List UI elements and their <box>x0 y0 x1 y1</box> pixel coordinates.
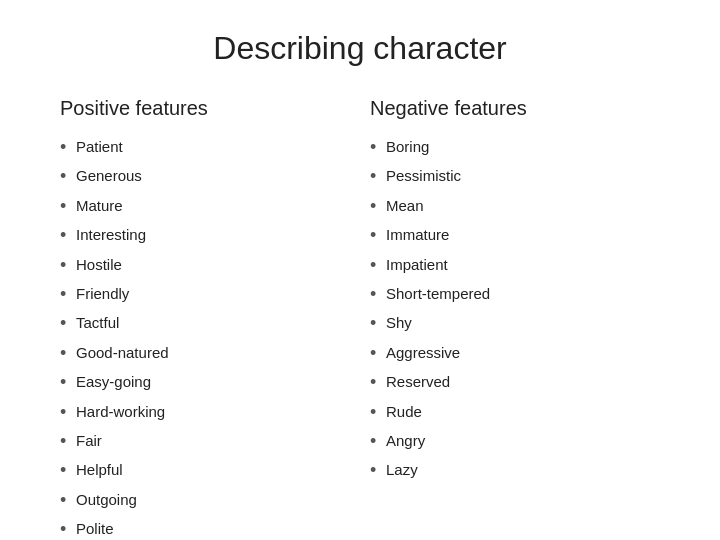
list-item: •Interesting <box>60 224 350 247</box>
list-item: •Mature <box>60 195 350 218</box>
item-text: Generous <box>76 165 142 186</box>
item-text: Boring <box>386 136 429 157</box>
item-text: Interesting <box>76 224 146 245</box>
bullet-icon: • <box>60 254 76 277</box>
list-item: •Generous <box>60 165 350 188</box>
bullet-icon: • <box>370 195 386 218</box>
bullet-icon: • <box>60 430 76 453</box>
list-item: •Mean <box>370 195 660 218</box>
bullet-icon: • <box>370 459 386 482</box>
list-item: •Tactful <box>60 312 350 335</box>
bullet-icon: • <box>60 312 76 335</box>
list-item: •Fair <box>60 430 350 453</box>
list-item: •Friendly <box>60 283 350 306</box>
list-item: •Patient <box>60 136 350 159</box>
item-text: Tactful <box>76 312 119 333</box>
item-text: Mean <box>386 195 424 216</box>
bullet-icon: • <box>60 518 76 540</box>
list-item: •Good-natured <box>60 342 350 365</box>
bullet-icon: • <box>60 283 76 306</box>
bullet-icon: • <box>60 371 76 394</box>
item-text: Good-natured <box>76 342 169 363</box>
list-item: •Impatient <box>370 254 660 277</box>
item-text: Immature <box>386 224 449 245</box>
item-text: Short-tempered <box>386 283 490 304</box>
item-text: Outgoing <box>76 489 137 510</box>
item-text: Fair <box>76 430 102 451</box>
positive-column: Positive features •Patient•Generous•Matu… <box>50 97 360 540</box>
page: Describing character Positive features •… <box>0 0 720 540</box>
list-item: •Aggressive <box>370 342 660 365</box>
columns-container: Positive features •Patient•Generous•Matu… <box>50 97 670 540</box>
list-item: •Immature <box>370 224 660 247</box>
bullet-icon: • <box>370 430 386 453</box>
list-item: •Pessimistic <box>370 165 660 188</box>
bullet-icon: • <box>370 165 386 188</box>
bullet-icon: • <box>60 195 76 218</box>
bullet-icon: • <box>60 224 76 247</box>
item-text: Polite <box>76 518 114 539</box>
item-text: Shy <box>386 312 412 333</box>
item-text: Rude <box>386 401 422 422</box>
item-text: Easy-going <box>76 371 151 392</box>
item-text: Mature <box>76 195 123 216</box>
bullet-icon: • <box>370 371 386 394</box>
item-text: Friendly <box>76 283 129 304</box>
list-item: •Outgoing <box>60 489 350 512</box>
item-text: Hard-working <box>76 401 165 422</box>
bullet-icon: • <box>60 459 76 482</box>
bullet-icon: • <box>370 224 386 247</box>
item-text: Angry <box>386 430 425 451</box>
bullet-icon: • <box>60 136 76 159</box>
list-item: •Boring <box>370 136 660 159</box>
list-item: •Lazy <box>370 459 660 482</box>
list-item: •Angry <box>370 430 660 453</box>
list-item: •Polite <box>60 518 350 540</box>
bullet-icon: • <box>370 283 386 306</box>
item-text: Reserved <box>386 371 450 392</box>
bullet-icon: • <box>370 136 386 159</box>
negative-header: Negative features <box>370 97 660 120</box>
negative-list: •Boring•Pessimistic•Mean•Immature•Impati… <box>370 136 660 483</box>
list-item: •Hard-working <box>60 401 350 424</box>
bullet-icon: • <box>370 342 386 365</box>
positive-header: Positive features <box>60 97 350 120</box>
page-title: Describing character <box>50 30 670 67</box>
list-item: •Easy-going <box>60 371 350 394</box>
item-text: Impatient <box>386 254 448 275</box>
bullet-icon: • <box>370 312 386 335</box>
item-text: Hostile <box>76 254 122 275</box>
bullet-icon: • <box>60 165 76 188</box>
bullet-icon: • <box>370 254 386 277</box>
list-item: •Reserved <box>370 371 660 394</box>
bullet-icon: • <box>60 342 76 365</box>
list-item: •Helpful <box>60 459 350 482</box>
item-text: Patient <box>76 136 123 157</box>
item-text: Aggressive <box>386 342 460 363</box>
bullet-icon: • <box>60 489 76 512</box>
item-text: Helpful <box>76 459 123 480</box>
positive-list: •Patient•Generous•Mature•Interesting•Hos… <box>60 136 350 540</box>
item-text: Lazy <box>386 459 418 480</box>
bullet-icon: • <box>370 401 386 424</box>
list-item: •Short-tempered <box>370 283 660 306</box>
list-item: •Shy <box>370 312 660 335</box>
item-text: Pessimistic <box>386 165 461 186</box>
list-item: •Hostile <box>60 254 350 277</box>
negative-column: Negative features •Boring•Pessimistic•Me… <box>360 97 670 540</box>
list-item: •Rude <box>370 401 660 424</box>
bullet-icon: • <box>60 401 76 424</box>
